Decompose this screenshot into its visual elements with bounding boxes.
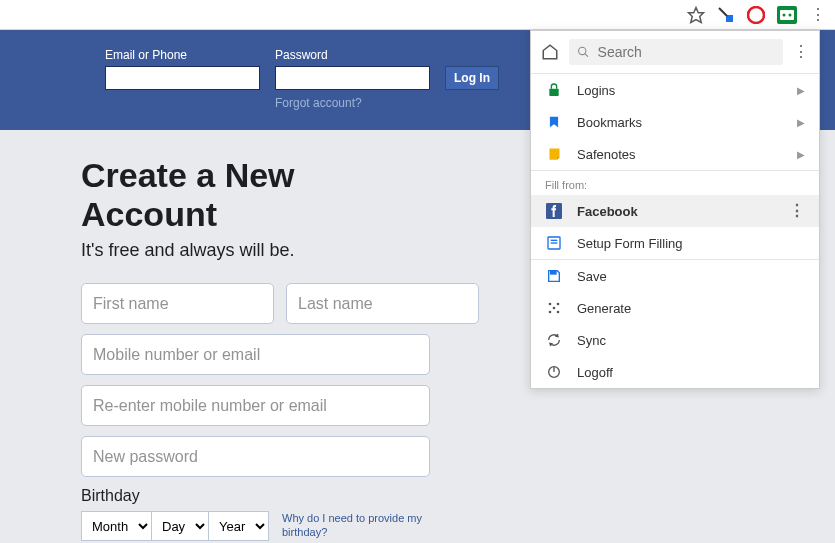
bookmark-icon [545, 113, 563, 131]
facebook-icon [545, 202, 563, 220]
lock-icon [545, 81, 563, 99]
fill-facebook-item[interactable]: Facebook ⋮ [531, 195, 819, 227]
bookmarks-item[interactable]: Bookmarks ▶ [531, 106, 819, 138]
roboform-icon[interactable] [777, 6, 797, 24]
svg-point-18 [553, 307, 556, 310]
svg-point-17 [557, 311, 560, 314]
last-name-field[interactable] [286, 283, 479, 324]
search-input[interactable] [598, 44, 775, 60]
reenter-mobile-field[interactable] [81, 385, 430, 426]
form-icon [545, 234, 563, 252]
svg-rect-1 [726, 15, 733, 22]
chevron-right-icon: ▶ [797, 149, 805, 160]
save-item[interactable]: Save [531, 260, 819, 292]
wand-icon[interactable] [717, 6, 735, 24]
first-name-field[interactable] [81, 283, 274, 324]
safenotes-item[interactable]: Safenotes ▶ [531, 138, 819, 170]
signup-form: Create a New Account It's free and alway… [0, 130, 430, 543]
generate-label: Generate [577, 301, 631, 316]
svg-rect-13 [551, 271, 556, 274]
email-field[interactable] [105, 66, 260, 90]
logins-item[interactable]: Logins ▶ [531, 74, 819, 106]
chevron-right-icon: ▶ [797, 85, 805, 96]
svg-point-6 [579, 47, 586, 54]
item-menu-icon[interactable]: ⋮ [789, 203, 805, 219]
svg-rect-3 [780, 10, 794, 20]
svg-point-15 [557, 303, 560, 306]
save-label: Save [577, 269, 607, 284]
sync-item[interactable]: Sync [531, 324, 819, 356]
login-button[interactable]: Log In [445, 66, 499, 90]
forgot-account-link[interactable]: Forgot account? [275, 96, 430, 110]
day-select[interactable]: Day [151, 511, 209, 541]
chevron-right-icon: ▶ [797, 117, 805, 128]
note-icon [545, 145, 563, 163]
page-title: Create a New Account [81, 156, 430, 234]
fill-facebook-label: Facebook [577, 204, 638, 219]
svg-point-14 [549, 303, 552, 306]
month-select[interactable]: Month [81, 511, 152, 541]
browser-menu-icon[interactable]: ⋮ [809, 6, 827, 24]
setup-form-label: Setup Form Filling [577, 236, 682, 251]
popup-menu-icon[interactable]: ⋮ [793, 44, 809, 60]
svg-point-4 [783, 13, 786, 16]
year-select[interactable]: Year [208, 511, 269, 541]
why-birthday-link[interactable]: Why do I need to provide my birthday? [282, 512, 422, 538]
svg-rect-8 [549, 89, 558, 96]
email-label: Email or Phone [105, 48, 260, 62]
svg-line-7 [585, 54, 588, 57]
generate-icon [545, 299, 563, 317]
svg-point-16 [549, 311, 552, 314]
sync-icon [545, 331, 563, 349]
mobile-email-field[interactable] [81, 334, 430, 375]
svg-marker-0 [689, 7, 704, 22]
browser-toolbar: ⋮ [0, 0, 835, 30]
logoff-item[interactable]: Logoff [531, 356, 819, 388]
home-icon[interactable] [541, 43, 559, 61]
sync-label: Sync [577, 333, 606, 348]
logoff-label: Logoff [577, 365, 613, 380]
opera-icon[interactable] [747, 6, 765, 24]
password-label: Password [275, 48, 430, 62]
safenotes-label: Safenotes [577, 147, 636, 162]
bookmarks-label: Bookmarks [577, 115, 642, 130]
svg-point-5 [789, 13, 792, 16]
logins-label: Logins [577, 83, 615, 98]
search-icon [577, 45, 590, 59]
search-box[interactable] [569, 39, 783, 65]
new-password-field[interactable] [81, 436, 430, 477]
roboform-popup: ⋮ Logins ▶ Bookmarks ▶ Safenotes ▶ Fill … [530, 30, 820, 389]
password-field[interactable] [275, 66, 430, 90]
birthday-label: Birthday [81, 487, 430, 505]
setup-form-item[interactable]: Setup Form Filling [531, 227, 819, 259]
power-icon [545, 363, 563, 381]
star-icon[interactable] [687, 6, 705, 24]
svg-point-2 [748, 7, 764, 23]
save-icon [545, 267, 563, 285]
fill-from-label: Fill from: [531, 171, 819, 195]
tagline: It's free and always will be. [81, 240, 430, 261]
generate-item[interactable]: Generate [531, 292, 819, 324]
